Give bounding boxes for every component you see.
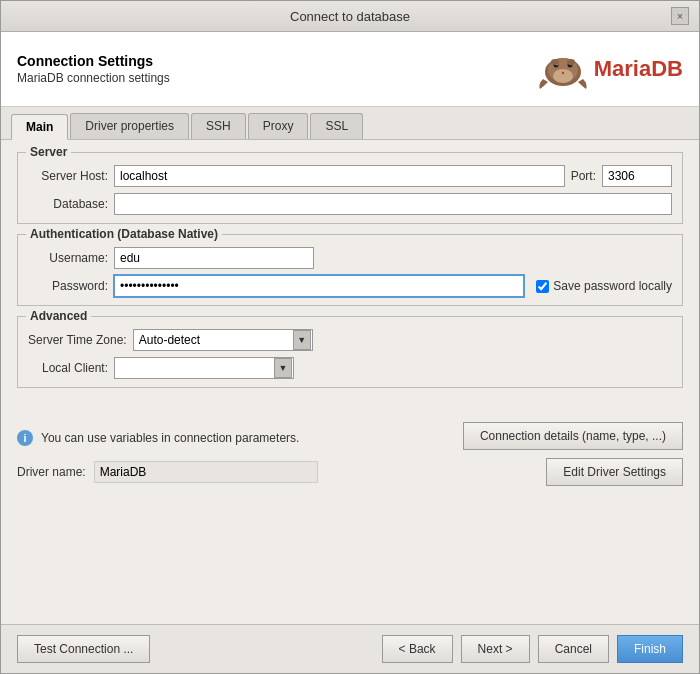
back-button[interactable]: < Back — [382, 635, 453, 663]
tab-proxy[interactable]: Proxy — [248, 113, 309, 139]
username-input[interactable] — [114, 247, 314, 269]
advanced-section-label: Advanced — [26, 309, 91, 323]
timezone-select[interactable]: Auto-detect UTC System — [133, 329, 313, 351]
close-button[interactable]: × — [671, 7, 689, 25]
test-connection-button[interactable]: Test Connection ... — [17, 635, 150, 663]
advanced-section: Advanced Server Time Zone: Auto-detect U… — [17, 316, 683, 388]
header-text: Connection Settings MariaDB connection s… — [17, 53, 170, 85]
content-area: Server Server Host: Port: Database: — [1, 140, 699, 624]
server-host-input[interactable] — [114, 165, 565, 187]
server-host-label: Server Host: — [28, 169, 108, 183]
password-label: Password: — [28, 279, 108, 293]
save-password-row: Save password locally — [536, 279, 672, 293]
tab-driver-properties[interactable]: Driver properties — [70, 113, 189, 139]
local-client-select[interactable] — [114, 357, 294, 379]
connect-dialog: Connect to database × Connection Setting… — [0, 0, 700, 674]
password-input[interactable] — [114, 275, 524, 297]
footer-right: < Back Next > Cancel Finish — [382, 635, 683, 663]
svg-point-11 — [551, 59, 559, 65]
timezone-label: Server Time Zone: — [28, 333, 127, 347]
local-client-select-wrapper: ▼ — [114, 357, 294, 379]
header-section: Connection Settings MariaDB connection s… — [1, 32, 699, 107]
tab-main[interactable]: Main — [11, 114, 68, 140]
port-input[interactable] — [602, 165, 672, 187]
edit-driver-button[interactable]: Edit Driver Settings — [546, 458, 683, 486]
mariadb-logo-text: MariaDB — [594, 56, 683, 82]
info-text: You can use variables in connection para… — [41, 431, 299, 445]
driver-name-input[interactable] — [94, 461, 318, 483]
local-client-label: Local Client: — [28, 361, 108, 375]
footer-left: Test Connection ... — [17, 635, 150, 663]
local-client-row: Local Client: ▼ — [28, 357, 672, 379]
timezone-row: Server Time Zone: Auto-detect UTC System… — [28, 329, 672, 351]
username-row: Username: — [28, 247, 672, 269]
server-host-row: Server Host: Port: — [28, 165, 672, 187]
auth-section-label: Authentication (Database Native) — [26, 227, 222, 241]
finish-button[interactable]: Finish — [617, 635, 683, 663]
username-label: Username: — [28, 251, 108, 265]
auth-section: Authentication (Database Native) Usernam… — [17, 234, 683, 306]
save-password-label: Save password locally — [553, 279, 672, 293]
info-row: i You can use variables in connection pa… — [17, 422, 299, 450]
next-button[interactable]: Next > — [461, 635, 530, 663]
driver-row: Driver name: Edit Driver Settings — [17, 454, 683, 490]
server-section-label: Server — [26, 145, 71, 159]
cancel-button[interactable]: Cancel — [538, 635, 609, 663]
info-section: i You can use variables in connection pa… — [17, 418, 683, 454]
tabs-bar: Main Driver properties SSH Proxy SSL — [1, 107, 699, 140]
driver-name-label: Driver name: — [17, 465, 86, 479]
dialog-title: Connect to database — [29, 9, 671, 24]
connection-details-button[interactable]: Connection details (name, type, ...) — [463, 422, 683, 450]
svg-point-10 — [562, 72, 564, 74]
svg-point-12 — [567, 59, 575, 65]
port-label: Port: — [571, 169, 596, 183]
otter-icon — [528, 44, 588, 94]
title-bar: Connect to database × — [1, 1, 699, 32]
connection-subtext: MariaDB connection settings — [17, 71, 170, 85]
database-input[interactable] — [114, 193, 672, 215]
connection-heading: Connection Settings — [17, 53, 170, 69]
tab-ssl[interactable]: SSL — [310, 113, 363, 139]
server-section: Server Server Host: Port: Database: — [17, 152, 683, 224]
mariadb-logo: MariaDB — [528, 44, 683, 94]
database-row: Database: — [28, 193, 672, 215]
password-row: Password: Save password locally — [28, 275, 672, 297]
footer: Test Connection ... < Back Next > Cancel… — [1, 624, 699, 673]
timezone-select-wrapper: Auto-detect UTC System ▼ — [133, 329, 313, 351]
database-label: Database: — [28, 197, 108, 211]
info-icon: i — [17, 430, 33, 446]
tab-ssh[interactable]: SSH — [191, 113, 246, 139]
save-password-checkbox[interactable] — [536, 280, 549, 293]
